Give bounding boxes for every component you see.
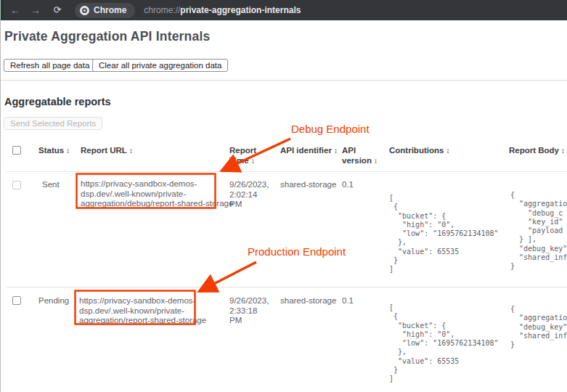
contributions-cell: [ { "bucket": { "high": "0", "low": "169… [389, 303, 499, 384]
address-bar[interactable]: chrome://private-aggregation-internals [144, 5, 301, 15]
report-body-cell: { "aggregatio "debug_key" "shared_inf } [510, 305, 567, 349]
column-header-report-time[interactable]: Report Time↕ [229, 145, 264, 166]
api-identifier-cell: shared-storage [280, 180, 336, 190]
contributions-cell: [ { "bucket": { "high": "0", "low": "169… [389, 194, 499, 274]
forward-icon[interactable]: → [27, 0, 44, 20]
debug-endpoint-label: Debug Endpoint [291, 123, 370, 135]
url-scheme: chrome:// [144, 5, 180, 15]
report-body-cell: { "aggregatio "debug_c "key_id" "payload… [510, 191, 567, 271]
sort-icon[interactable]: ↕ [64, 147, 70, 155]
column-header-status[interactable]: Status↕ [38, 145, 75, 156]
page-title: Private Aggregation API Internals [4, 29, 210, 44]
column-header-report-body[interactable]: Report Body↕ [509, 145, 567, 156]
sort-icon[interactable]: ↕ [372, 157, 378, 165]
clear-data-button[interactable]: Clear all private aggregation data [92, 59, 228, 72]
sort-icon[interactable]: ↕ [444, 147, 449, 155]
select-all-checkbox[interactable] [12, 146, 21, 155]
row-divider [7, 287, 567, 287]
column-header-report-url[interactable]: Report URL↕ [81, 145, 168, 156]
window-edge-strip [1, 0, 4, 20]
tab-chrome[interactable]: Chrome [75, 3, 135, 18]
section-divider [1, 80, 567, 81]
refresh-all-button[interactable]: Refresh all page data [4, 59, 96, 72]
reload-icon[interactable]: ⟳ [49, 0, 66, 20]
report-url-cell: https://privacy-sandbox-demos- dsp.dev/.… [81, 179, 233, 209]
sort-icon[interactable]: ↕ [249, 157, 255, 165]
row-checkbox[interactable] [12, 181, 21, 189]
status-cell: Pending [38, 296, 69, 306]
browser-toolbar: ← → ⟳ Chrome chrome://private-aggregatio… [1, 0, 567, 20]
column-header-api-version[interactable]: API version↕ [342, 145, 378, 166]
production-endpoint-label: Production Endpoint [248, 245, 346, 258]
send-selected-reports-button[interactable]: Send Selected Reports [4, 117, 102, 130]
aggregatable-reports-heading: Aggregatable reports [4, 96, 111, 107]
tab-label: Chrome [94, 5, 126, 15]
back-icon[interactable]: ← [7, 0, 24, 20]
column-header-contributions[interactable]: Contributions↕ [389, 145, 469, 156]
chrome-logo-icon [80, 6, 89, 15]
production-endpoint-arrow [203, 262, 256, 290]
header-divider [7, 171, 567, 172]
sort-icon[interactable]: ↕ [127, 147, 133, 155]
sort-icon[interactable]: ↕ [332, 147, 338, 155]
sort-icon[interactable]: ↕ [559, 147, 565, 155]
report-time-cell: 9/26/2023, 2:33:18 PM [229, 296, 269, 326]
status-cell: Sent [42, 180, 60, 190]
api-version-cell: 0.1 [342, 180, 354, 190]
row-checkbox[interactable] [12, 296, 21, 305]
report-url-cell: https://privacy-sandbox-demos- dsp.dev/.… [79, 296, 206, 326]
screen: ← → ⟳ Chrome chrome://private-aggregatio… [0, 0, 567, 392]
report-time-cell: 9/26/2023, 2:02:14 PM [229, 180, 269, 210]
api-identifier-cell: shared-storage [280, 296, 336, 306]
url-host: private-aggregation-internals [180, 5, 301, 15]
api-version-cell: 0.1 [342, 296, 354, 306]
column-header-api-identifier[interactable]: API identifier↕ [280, 145, 346, 156]
